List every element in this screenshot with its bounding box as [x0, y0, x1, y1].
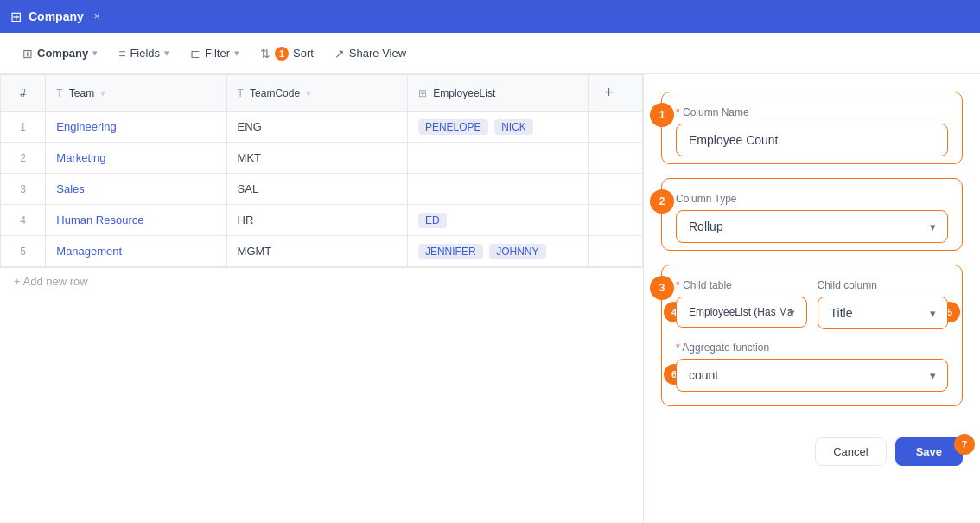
step3-section: 3 4 * Child table EmployeeList (Has Ma	[661, 265, 963, 406]
data-table: # T Team ▾ T TeamCode ▾ ⊞ EmployeeList	[0, 74, 643, 267]
fields-button[interactable]: ≡ Fields ▾	[110, 41, 178, 66]
column-editor-panel: 1 * Column Name 2 Column Type Rollup 3	[643, 74, 980, 523]
row-num-cell: 3	[1, 174, 46, 205]
filter-icon: ⊏	[190, 47, 200, 61]
child-table-select-wrapper: EmployeeList (Has Ma	[676, 297, 807, 328]
table-area: # T Team ▾ T TeamCode ▾ ⊞ EmployeeList	[0, 74, 643, 523]
aggregate-select-wrapper: count sum avg min max	[676, 359, 948, 392]
col-header-add[interactable]: +	[589, 75, 643, 112]
employee-cell: ED	[407, 205, 588, 236]
close-tab-button[interactable]: ×	[94, 10, 100, 22]
teamcode-cell: MKT	[226, 143, 407, 174]
step3-indicator: 3	[650, 276, 674, 300]
chevron-down-icon-filter: ▾	[234, 48, 239, 59]
sort-count: 1	[275, 47, 289, 61]
employee-tag: ED	[418, 213, 447, 228]
team-link[interactable]: Human Resource	[56, 214, 143, 226]
col-header-team: T Team ▾	[46, 75, 226, 112]
column-type-label: Column Type	[676, 193, 948, 205]
grid-icon: ⊞	[22, 47, 33, 61]
col-header-rownum: #	[1, 75, 46, 112]
row-num-cell: 1	[1, 112, 46, 143]
column-name-input[interactable]	[676, 124, 948, 156]
team-link[interactable]: Engineering	[56, 120, 116, 133]
extra-cell	[589, 143, 643, 174]
extra-cell	[589, 205, 643, 236]
add-column-button[interactable]: +	[599, 82, 619, 104]
column-type-select[interactable]: Rollup	[676, 210, 948, 243]
cancel-button[interactable]: Cancel	[815, 437, 886, 466]
row-num-cell: 5	[1, 236, 46, 267]
child-column-section: 5 Child column Title	[818, 279, 949, 329]
toolbar: ⊞ Company ▾ ≡ Fields ▾ ⊏ Filter ▾ ⇅ 1 So…	[0, 33, 980, 74]
sort-button[interactable]: ⇅ 1 Sort	[251, 41, 322, 66]
teamcode-col-icon: T	[238, 87, 244, 99]
teamcode-cell: SAL	[226, 174, 407, 205]
filter-label: Filter	[205, 47, 230, 60]
company-nav-button[interactable]: ⊞ Company ▾	[14, 41, 106, 66]
required-star3: *	[676, 341, 680, 354]
team-cell: Engineering	[46, 112, 226, 143]
employee-cell	[407, 174, 588, 205]
save-button[interactable]: Save	[895, 437, 963, 466]
employee-cell: PENELOPE NICK	[407, 112, 588, 143]
extra-cell	[589, 174, 643, 205]
child-column-select[interactable]: Title	[818, 297, 949, 329]
add-row-button[interactable]: + Add new row	[0, 267, 643, 295]
extra-cell	[589, 236, 643, 267]
col-header-teamcode: T TeamCode ▾	[226, 75, 407, 112]
team-link[interactable]: Marketing	[56, 151, 105, 164]
chevron-down-icon: ▾	[92, 48, 98, 59]
employee-tag: JOHNNY	[489, 244, 545, 259]
child-column-select-wrapper: Title	[818, 297, 949, 329]
step2-indicator: 2	[650, 189, 674, 214]
child-table-label: * Child table	[676, 279, 807, 291]
sort-icon: ⇅	[260, 47, 270, 61]
employee-tag: NICK	[494, 119, 533, 135]
table-row: 5 Management MGMT JENNIFER JOHNNY	[1, 236, 643, 267]
fields-icon: ≡	[118, 47, 125, 61]
employee-cell	[407, 143, 588, 174]
child-table-section: 4 * Child table EmployeeList (Has Ma	[676, 279, 807, 329]
chevron-down-icon-fields: ▾	[164, 48, 169, 59]
team-link[interactable]: Sales	[56, 182, 85, 195]
employee-tag: JENNIFER	[418, 244, 483, 259]
column-name-label: * Column Name	[676, 106, 948, 118]
step7-indicator: 7	[954, 434, 975, 455]
tab-title: Company	[29, 10, 84, 23]
top-bar: ⊞ Company ×	[0, 0, 980, 33]
table-row: 4 Human Resource HR ED	[1, 205, 643, 236]
column-type-select-wrapper: Rollup	[676, 210, 948, 243]
sort-label: Sort	[293, 47, 314, 60]
col-expand-icon: ▾	[100, 87, 105, 99]
share-view-button[interactable]: ↗ Share View	[326, 41, 415, 66]
team-link[interactable]: Management	[56, 245, 122, 258]
required-star: *	[676, 106, 680, 118]
teamcode-cell: HR	[226, 205, 407, 236]
team-cell: Management	[46, 236, 226, 267]
row-num-cell: 2	[1, 143, 46, 174]
step2-section: 2 Column Type Rollup	[661, 178, 963, 251]
company-label: Company	[37, 47, 88, 60]
team-cell: Sales	[46, 174, 226, 205]
team-col-icon: T	[56, 87, 62, 99]
col-expand-icon2: ▾	[306, 87, 311, 99]
table-row: 3 Sales SAL	[1, 174, 643, 205]
child-table-select[interactable]: EmployeeList (Has Ma	[676, 297, 807, 328]
fields-label: Fields	[130, 47, 160, 60]
main-content: # T Team ▾ T TeamCode ▾ ⊞ EmployeeList	[0, 74, 980, 523]
aggregate-select[interactable]: count sum avg min max	[676, 359, 948, 392]
aggregate-label: * Aggregate function	[676, 341, 948, 354]
teamcode-cell: MGMT	[226, 236, 407, 267]
step1-indicator: 1	[650, 103, 674, 127]
extra-cell	[589, 112, 643, 143]
row-num-cell: 4	[1, 205, 46, 236]
actions-section: 7 Cancel Save	[661, 424, 963, 466]
aggregate-section: 6 * Aggregate function count sum avg min…	[676, 341, 948, 392]
app-icon: ⊞	[10, 9, 22, 25]
table-row: 1 Engineering ENG PENELOPE NICK	[1, 112, 643, 143]
team-cell: Human Resource	[46, 205, 226, 236]
child-row: 4 * Child table EmployeeList (Has Ma 5 C…	[676, 279, 948, 329]
team-cell: Marketing	[46, 143, 226, 174]
filter-button[interactable]: ⊏ Filter ▾	[181, 41, 248, 66]
